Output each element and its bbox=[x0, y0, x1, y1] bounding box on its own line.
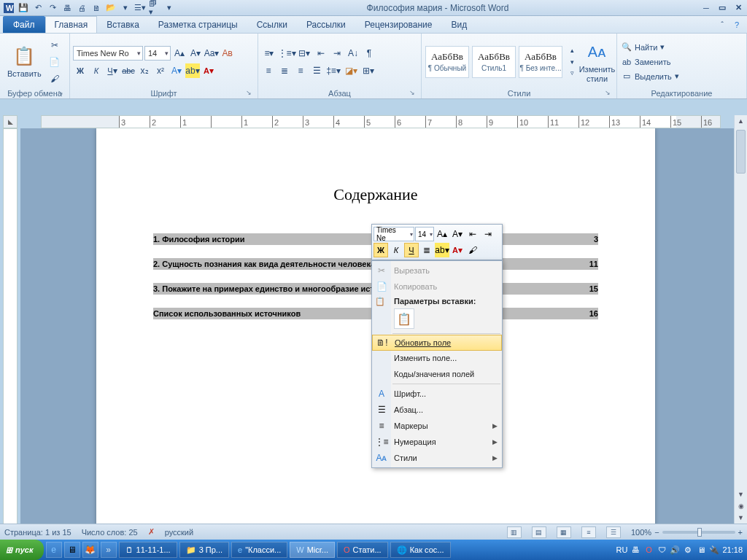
print-preview-icon[interactable]: 🖶 bbox=[61, 2, 73, 14]
qat-item-icon[interactable]: ☰▾ bbox=[134, 2, 146, 14]
minimize-ribbon-icon[interactable]: ˆ bbox=[716, 19, 728, 31]
mini-increase-indent-icon[interactable]: ⇥ bbox=[481, 227, 495, 241]
change-case-icon[interactable]: Aa▾ bbox=[204, 46, 219, 61]
view-web-icon[interactable]: ▦ bbox=[557, 526, 571, 538]
scroll-down-icon[interactable]: ▼ bbox=[735, 489, 747, 500]
mini-grow-icon[interactable]: A▴ bbox=[435, 227, 449, 241]
ctx-bullets[interactable]: ≡Маркеры▶ bbox=[372, 418, 502, 434]
tab-layout[interactable]: Разметка страницы bbox=[149, 16, 247, 33]
sort-icon[interactable]: A↓ bbox=[346, 46, 360, 61]
task-item[interactable]: 📁3 Пр... bbox=[179, 542, 229, 558]
tray-lang[interactable]: RU bbox=[616, 545, 628, 554]
strike-button[interactable]: abc bbox=[121, 63, 136, 78]
mini-size-combo[interactable]: 14 bbox=[415, 227, 434, 241]
vertical-ruler[interactable] bbox=[3, 128, 18, 524]
ctx-styles[interactable]: AᴀСтили▶ bbox=[372, 450, 502, 466]
increase-indent-icon[interactable]: ⇥ bbox=[330, 46, 344, 61]
close-button[interactable]: ✕ bbox=[732, 3, 744, 13]
start-button[interactable]: ⊞пуск bbox=[0, 540, 44, 560]
change-styles-button[interactable]: Aᴀ Изменить стили bbox=[581, 38, 614, 86]
underline-button[interactable]: Ч▾ bbox=[105, 63, 120, 78]
ctx-cut[interactable]: ✂Вырезать bbox=[372, 262, 502, 279]
tray-icon[interactable]: ⚙ bbox=[683, 545, 693, 555]
tab-insert[interactable]: Вставка bbox=[97, 16, 149, 33]
mini-shrink-icon[interactable]: A▾ bbox=[450, 227, 465, 241]
scroll-thumb[interactable] bbox=[736, 130, 746, 174]
style-normal[interactable]: АаБбВв¶ Обычный bbox=[425, 46, 469, 78]
qat-customize-icon[interactable]: ▾ bbox=[163, 2, 175, 14]
align-center-icon[interactable]: ≣ bbox=[277, 63, 292, 78]
undo-icon[interactable]: ↶ bbox=[32, 2, 44, 14]
quicklaunch-ie-icon[interactable]: e bbox=[46, 542, 62, 558]
style-nospacing[interactable]: АаБбВв¶ Без инте... bbox=[519, 46, 562, 78]
font-name-combo[interactable]: Times New Ro bbox=[73, 46, 143, 61]
ctx-numbering[interactable]: ⋮≡Нумерация▶ bbox=[372, 434, 502, 450]
prev-page-icon[interactable]: ◉ bbox=[735, 500, 747, 512]
grow-font-icon[interactable]: A▴ bbox=[172, 46, 187, 61]
status-language[interactable]: русский bbox=[165, 528, 193, 537]
tab-references[interactable]: Ссылки bbox=[247, 16, 297, 33]
task-item[interactable]: OСтати... bbox=[337, 542, 388, 558]
tray-clock[interactable]: 21:18 bbox=[722, 545, 743, 554]
tab-mailings[interactable]: Рассылки bbox=[297, 16, 355, 33]
quick-print-icon[interactable]: 🖨 bbox=[76, 2, 88, 14]
qat-item2-icon[interactable]: 🗐▾ bbox=[149, 2, 160, 14]
borders-icon[interactable]: ⊞▾ bbox=[360, 63, 376, 78]
quicklaunch-more-icon[interactable]: » bbox=[101, 542, 117, 558]
tray-icon[interactable]: O bbox=[643, 545, 654, 555]
zoom-slider[interactable] bbox=[662, 531, 735, 534]
ctx-field-codes[interactable]: Коды/значения полей bbox=[372, 366, 502, 382]
cut-icon[interactable]: ✂ bbox=[47, 38, 62, 52]
paste-keep-text-icon[interactable]: 📋 bbox=[394, 308, 414, 329]
replace-button[interactable]: abЗаменить bbox=[620, 55, 681, 69]
minimize-button[interactable]: ─ bbox=[700, 3, 712, 13]
multilevel-icon[interactable]: ⊟▾ bbox=[296, 46, 312, 61]
format-painter-icon[interactable]: 🖌 bbox=[47, 71, 62, 86]
zoom-out-icon[interactable]: − bbox=[654, 528, 659, 537]
redo-icon[interactable]: ↷ bbox=[47, 2, 58, 14]
tray-icon[interactable]: 🖶 bbox=[630, 545, 640, 555]
tray-icon[interactable]: 🖥 bbox=[696, 545, 706, 555]
tab-review[interactable]: Рецензирование bbox=[355, 16, 442, 33]
task-item[interactable]: 🗒11-11-1... bbox=[119, 542, 177, 558]
clear-format-icon[interactable]: Aʙ bbox=[220, 46, 235, 61]
numbering-icon[interactable]: ⋮≡▾ bbox=[279, 46, 295, 61]
view-print-icon[interactable]: ▥ bbox=[507, 526, 522, 538]
text-effects-icon[interactable]: A▾ bbox=[169, 63, 184, 78]
tray-icon[interactable]: 🛡 bbox=[657, 545, 667, 555]
mini-font-combo[interactable]: Times Ne bbox=[374, 227, 414, 241]
ctx-paragraph[interactable]: ☰Абзац... bbox=[372, 402, 502, 418]
tray-icon[interactable]: 🔊 bbox=[670, 545, 680, 555]
style-gallery[interactable]: АаБбВв¶ Обычный АаБбВвСтиль1 АаБбВв¶ Без… bbox=[425, 45, 579, 79]
status-proof-icon[interactable]: ✗ bbox=[148, 527, 155, 537]
task-item-active[interactable]: WMicr... bbox=[290, 542, 335, 558]
line-spacing-icon[interactable]: ‡≡▾ bbox=[325, 63, 341, 78]
style-gallery-up-icon[interactable]: ▴ bbox=[565, 46, 579, 55]
tab-home[interactable]: Главная bbox=[45, 16, 98, 33]
italic-button[interactable]: К bbox=[89, 63, 104, 78]
ctx-update-field[interactable]: 🗎!Обновить поле bbox=[372, 335, 502, 351]
view-draft-icon[interactable]: ☰ bbox=[606, 526, 621, 538]
mini-formatpainter-icon[interactable]: 🖌 bbox=[465, 243, 480, 257]
horizontal-ruler[interactable]: 3211234567891011121314151617 bbox=[41, 115, 721, 128]
bullets-icon[interactable]: ≡▾ bbox=[261, 46, 277, 61]
task-item[interactable]: 🌐Как сос... bbox=[390, 542, 451, 558]
status-page[interactable]: Страница: 1 из 15 bbox=[4, 528, 71, 537]
shading-icon[interactable]: ◪▾ bbox=[343, 63, 359, 78]
task-item[interactable]: e"Класси... bbox=[231, 542, 287, 558]
next-page-icon[interactable]: ▼ bbox=[735, 512, 747, 524]
subscript-button[interactable]: x₂ bbox=[137, 63, 152, 78]
clipboard-launcher-icon[interactable]: ↘ bbox=[56, 89, 65, 98]
mini-highlight-icon[interactable]: ab▾ bbox=[435, 243, 449, 257]
style-gallery-down-icon[interactable]: ▾ bbox=[565, 57, 579, 66]
tab-view[interactable]: Вид bbox=[441, 16, 476, 33]
paragraph-launcher-icon[interactable]: ↘ bbox=[408, 89, 417, 98]
view-fullread-icon[interactable]: ▤ bbox=[532, 526, 546, 538]
tray-icon[interactable]: 🔌 bbox=[709, 545, 719, 555]
maximize-button[interactable]: ▭ bbox=[716, 3, 728, 13]
copy-icon[interactable]: 📄 bbox=[47, 55, 62, 69]
ruler-corner[interactable]: ◣ bbox=[3, 115, 18, 128]
quicklaunch-firefox-icon[interactable]: 🦊 bbox=[82, 542, 98, 558]
zoom-in-icon[interactable]: + bbox=[738, 528, 743, 537]
zoom-value[interactable]: 100% bbox=[631, 528, 651, 537]
